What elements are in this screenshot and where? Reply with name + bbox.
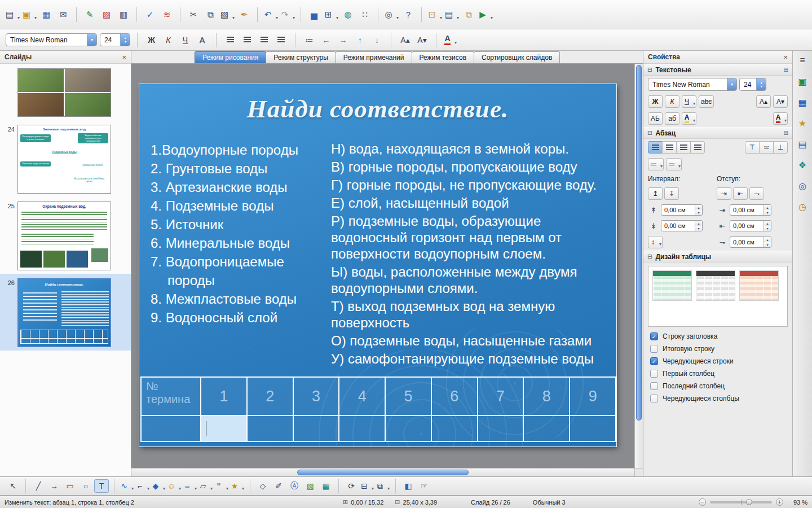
extrusion-button[interactable]: ◧ xyxy=(401,479,416,493)
zoom-in-button[interactable]: + xyxy=(776,498,783,506)
para-align-center-button[interactable] xyxy=(662,141,677,154)
curve-tool-button[interactable]: ∿ xyxy=(120,479,134,493)
term-item[interactable]: 3. Артезианские воды xyxy=(151,178,331,196)
copy-button[interactable]: ⧉ xyxy=(202,7,218,22)
zoom-button[interactable]: ◎ xyxy=(383,7,399,22)
table-cell[interactable] xyxy=(569,415,616,442)
strikethrough-button[interactable]: abc xyxy=(699,95,714,108)
definition-item[interactable]: О) подземные воды, насыщенные газами xyxy=(331,332,597,349)
checkbox-banded-columns[interactable] xyxy=(650,395,658,402)
zoom-slider-thumb[interactable] xyxy=(746,499,752,505)
hanging-indent-button[interactable]: ⇁ xyxy=(749,187,764,200)
table-cell[interactable] xyxy=(293,415,340,442)
clone-formatting-button[interactable]: ✒ xyxy=(236,7,252,22)
sidebar-font-name-combo[interactable]: Times New Roman ▾ xyxy=(648,78,737,91)
sidebar-underline-button[interactable]: Ч xyxy=(682,95,696,108)
zoom-out-button[interactable]: − xyxy=(699,498,706,506)
thumbnail-slide-26[interactable]: Найди соответствие. xyxy=(17,278,111,347)
definition-item[interactable]: Т) выход подземных вод на земную поверхн… xyxy=(331,298,597,331)
thumbnail-slide-25[interactable]: Охрана подземных вод. xyxy=(17,202,111,270)
table-cell[interactable] xyxy=(523,415,570,442)
increase-indent-button[interactable]: ⇥ xyxy=(717,187,731,200)
thumbnail-row-photos[interactable] xyxy=(0,64,131,120)
table-header-cell[interactable]: 1 xyxy=(200,376,248,416)
export-pdf-button[interactable]: ▨ xyxy=(99,7,114,22)
term-item[interactable]: 1.Водоупорные породы xyxy=(151,141,331,159)
align-left-button[interactable] xyxy=(223,33,237,47)
table-header-cell[interactable]: 3 xyxy=(293,376,340,416)
character-dialog-launcher-icon[interactable]: ⊞ xyxy=(784,67,788,73)
slide-layout-button[interactable]: ▤ xyxy=(444,7,460,22)
field-spinner[interactable]: ▴▾ xyxy=(764,221,771,231)
field-spinner[interactable]: ▴▾ xyxy=(764,205,771,215)
numbered-list-button[interactable]: ≕ xyxy=(666,158,682,170)
term-item[interactable]: 9. Водоносный слой xyxy=(151,308,331,327)
align-justify-button[interactable] xyxy=(274,33,288,47)
field-spinner[interactable]: ▴▾ xyxy=(764,237,771,247)
select-tool-button[interactable]: ↖ xyxy=(6,479,20,493)
interaction-button[interactable]: ☞ xyxy=(417,479,431,493)
table-header-cell[interactable]: 9 xyxy=(569,376,616,416)
field-spinner[interactable]: ▴▾ xyxy=(695,205,702,215)
table-cell[interactable] xyxy=(431,415,478,442)
align-right-button[interactable] xyxy=(257,33,271,47)
navigator-deck-icon[interactable]: ◎ xyxy=(796,179,809,192)
decrease-indent-button[interactable]: ⇤ xyxy=(733,187,748,200)
sidebar-menu-icon[interactable]: ≡ xyxy=(796,54,809,67)
decrease-spacing-button[interactable]: ↧ xyxy=(664,187,679,200)
checkbox-header-row[interactable]: ✓ xyxy=(650,332,658,340)
collapse-icon[interactable]: ⊟ xyxy=(647,130,652,136)
close-icon[interactable]: × xyxy=(122,53,126,62)
decrease-font-button[interactable]: A▾ xyxy=(415,33,429,47)
horizontal-scrollbar-thumb[interactable] xyxy=(297,470,468,475)
definition-item[interactable]: Ы) воды, расположенные между двумя водоу… xyxy=(331,264,597,296)
italic-button[interactable]: К xyxy=(161,33,175,47)
terms-list[interactable]: 1.Водоупорные породы 2. Грунтовые воды 3… xyxy=(151,141,331,369)
thumbnail-slide-24[interactable]: Значение подземных вод Регулирует уровен… xyxy=(17,125,111,194)
tab-outline-view[interactable]: Режим структуры xyxy=(266,51,336,63)
bullet-list-button[interactable]: ≔ xyxy=(648,158,664,170)
promote-button[interactable]: ← xyxy=(319,33,333,47)
font-color-button[interactable]: A xyxy=(443,33,457,47)
edit-file-button[interactable]: ✎ xyxy=(82,7,98,22)
checkbox-banded-rows[interactable]: ✓ xyxy=(650,357,658,365)
move-up-button[interactable]: ↑ xyxy=(353,33,367,47)
bold-button[interactable]: Ж xyxy=(144,33,158,47)
uppercase-button[interactable]: АБ xyxy=(648,112,663,125)
ellipse-tool-button[interactable]: ○ xyxy=(78,479,93,493)
increase-font-button[interactable]: A▴ xyxy=(398,33,412,47)
styles-deck-icon[interactable]: ❖ xyxy=(796,158,809,172)
valign-center-button[interactable]: ≍ xyxy=(759,141,774,154)
table-cell[interactable] xyxy=(385,415,432,442)
answer-table[interactable]: № термина 1 2 3 4 5 6 7 8 9 xyxy=(140,376,615,442)
definition-item[interactable]: Н) вода, находящаяся в земной коры. xyxy=(331,141,597,157)
open-document-button[interactable]: ▣ xyxy=(21,7,37,22)
term-item[interactable]: 5. Источник xyxy=(151,215,331,234)
sidebar-decrease-font-button[interactable]: A▾ xyxy=(773,95,788,108)
glue-points-button[interactable]: ✐ xyxy=(271,479,286,493)
table-header-cell[interactable]: 5 xyxy=(385,376,432,416)
thumbnail-row-25[interactable]: 25 Охрана подземных вод. xyxy=(0,197,131,274)
spellcheck-button[interactable]: ✓ xyxy=(142,7,158,22)
font-name-combo[interactable]: Times New Roman ▾ xyxy=(6,33,97,46)
table-style-orange[interactable] xyxy=(739,270,779,301)
table-style-green[interactable] xyxy=(652,270,692,301)
sidebar-bold-button[interactable]: Ж xyxy=(648,95,663,108)
font-size-spinner[interactable]: ▴▾ xyxy=(120,34,130,46)
table-cell[interactable] xyxy=(246,415,294,442)
hyperlink-button[interactable]: ◍ xyxy=(340,7,356,22)
underline-button[interactable]: Ч xyxy=(178,33,192,47)
term-item[interactable]: 6. Минеральные воды xyxy=(151,234,331,252)
save-button[interactable]: ▦ xyxy=(38,7,54,22)
collapse-icon[interactable]: ⊟ xyxy=(647,253,652,260)
properties-deck-icon[interactable]: ▣ xyxy=(796,75,809,88)
definition-item[interactable]: Р) подземные воды, образующие водоносный… xyxy=(331,213,597,262)
table-header-cell[interactable]: 7 xyxy=(477,376,524,416)
duplicate-slide-button[interactable]: ⧉ xyxy=(461,7,476,22)
spacing-below-field[interactable]: 0,00 см ▴▾ xyxy=(661,220,703,231)
table-cell[interactable] xyxy=(477,415,524,442)
increase-spacing-button[interactable]: ↥ xyxy=(648,187,663,200)
sidebar-font-dropdown-icon[interactable]: ▾ xyxy=(727,78,736,90)
sidebar-font-size-combo[interactable]: 24 ▴▾ xyxy=(739,78,766,91)
table-cell-editing[interactable] xyxy=(200,415,248,442)
